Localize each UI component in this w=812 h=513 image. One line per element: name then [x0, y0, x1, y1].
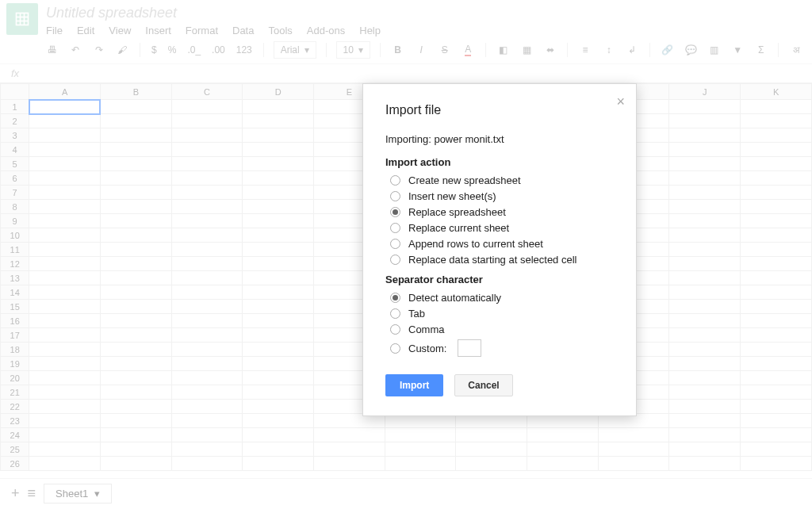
- cell[interactable]: [171, 343, 243, 357]
- import-button[interactable]: Import: [385, 374, 443, 396]
- close-icon[interactable]: ×: [616, 94, 625, 110]
- cell[interactable]: [100, 228, 171, 243]
- cell[interactable]: [669, 414, 741, 428]
- cell[interactable]: [741, 171, 812, 186]
- cell[interactable]: [29, 157, 101, 171]
- cell[interactable]: [669, 243, 741, 257]
- cell[interactable]: [741, 442, 812, 457]
- cell[interactable]: [669, 228, 741, 243]
- cell[interactable]: [243, 257, 314, 271]
- cell[interactable]: [29, 128, 101, 143]
- cell[interactable]: [171, 300, 243, 314]
- import-action-option[interactable]: Replace data starting at selected cell: [390, 254, 614, 266]
- menu-add-ons[interactable]: Add-ons: [307, 25, 345, 36]
- menu-data[interactable]: Data: [232, 25, 254, 36]
- cell[interactable]: [100, 414, 171, 428]
- menu-format[interactable]: Format: [186, 25, 218, 36]
- cell[interactable]: [243, 357, 314, 371]
- cell[interactable]: [29, 228, 101, 243]
- cell[interactable]: [243, 100, 314, 114]
- cell[interactable]: [100, 114, 171, 128]
- cell[interactable]: [741, 343, 812, 357]
- cell[interactable]: [669, 186, 741, 200]
- bold-icon[interactable]: B: [390, 41, 406, 59]
- cell[interactable]: [669, 128, 741, 143]
- row-header[interactable]: 21: [1, 385, 29, 400]
- currency-button[interactable]: $: [150, 44, 159, 56]
- cell[interactable]: [741, 400, 812, 414]
- cell[interactable]: [29, 385, 101, 400]
- cell[interactable]: [243, 414, 314, 428]
- col-header[interactable]: B: [100, 84, 171, 100]
- redo-icon[interactable]: ↷: [91, 41, 107, 59]
- cell[interactable]: [456, 457, 527, 471]
- cell[interactable]: [100, 157, 171, 171]
- cell[interactable]: [669, 457, 741, 471]
- cell[interactable]: [741, 385, 812, 400]
- sheets-logo[interactable]: [6, 3, 38, 35]
- cell[interactable]: [100, 385, 171, 400]
- row-header[interactable]: 19: [1, 357, 29, 371]
- row-header[interactable]: 18: [1, 343, 29, 357]
- font-selector[interactable]: Arial▾: [274, 41, 316, 59]
- cell[interactable]: [29, 314, 101, 328]
- cell[interactable]: [29, 243, 101, 257]
- cell[interactable]: [100, 200, 171, 214]
- cell[interactable]: [669, 157, 741, 171]
- import-action-option[interactable]: Replace spreadsheet: [390, 206, 614, 218]
- fill-color-icon[interactable]: ◧: [496, 41, 511, 59]
- import-action-option[interactable]: Append rows to current sheet: [390, 238, 614, 250]
- wrap-icon[interactable]: ↲: [624, 41, 640, 59]
- cell[interactable]: [29, 100, 101, 114]
- cell[interactable]: [100, 100, 171, 114]
- input-tools-icon[interactable]: अ: [788, 41, 804, 59]
- cell[interactable]: [100, 186, 171, 200]
- cell[interactable]: [243, 200, 314, 214]
- cell[interactable]: [669, 171, 741, 186]
- print-icon[interactable]: 🖶: [44, 41, 60, 59]
- cell[interactable]: [29, 442, 101, 457]
- cell[interactable]: [741, 114, 812, 128]
- cell[interactable]: [171, 328, 243, 343]
- cell[interactable]: [669, 371, 741, 385]
- cancel-button[interactable]: Cancel: [454, 374, 512, 396]
- cell[interactable]: [29, 328, 101, 343]
- cell[interactable]: [243, 214, 314, 228]
- cell[interactable]: [171, 228, 243, 243]
- document-title[interactable]: Untitled spreadsheet: [46, 3, 806, 25]
- cell[interactable]: [741, 186, 812, 200]
- cell[interactable]: [171, 243, 243, 257]
- row-header[interactable]: 22: [1, 400, 29, 414]
- cell[interactable]: [171, 143, 243, 157]
- italic-icon[interactable]: I: [413, 41, 429, 59]
- row-header[interactable]: 16: [1, 314, 29, 328]
- row-header[interactable]: 10: [1, 228, 29, 243]
- merge-icon[interactable]: ⬌: [542, 41, 558, 59]
- cell[interactable]: [171, 385, 243, 400]
- col-header[interactable]: J: [669, 84, 741, 100]
- separator-option[interactable]: Detect automatically: [390, 292, 614, 304]
- link-icon[interactable]: 🔗: [660, 41, 676, 59]
- cell[interactable]: [243, 400, 314, 414]
- row-header[interactable]: 13: [1, 271, 29, 285]
- row-header[interactable]: 9: [1, 214, 29, 228]
- row-header[interactable]: 5: [1, 157, 29, 171]
- cell[interactable]: [171, 457, 243, 471]
- cell[interactable]: [29, 400, 101, 414]
- cell[interactable]: [100, 271, 171, 285]
- cell[interactable]: [100, 143, 171, 157]
- comment-icon[interactable]: 💬: [683, 41, 699, 59]
- row-header[interactable]: 14: [1, 285, 29, 300]
- menu-insert[interactable]: Insert: [145, 25, 171, 36]
- cell[interactable]: [669, 257, 741, 271]
- cell[interactable]: [385, 428, 456, 442]
- cell[interactable]: [741, 100, 812, 114]
- cell[interactable]: [29, 371, 101, 385]
- cell[interactable]: [171, 157, 243, 171]
- menu-view[interactable]: View: [109, 25, 131, 36]
- cell[interactable]: [243, 300, 314, 314]
- cell[interactable]: [669, 300, 741, 314]
- cell[interactable]: [741, 357, 812, 371]
- row-header[interactable]: 4: [1, 143, 29, 157]
- cell[interactable]: [669, 200, 741, 214]
